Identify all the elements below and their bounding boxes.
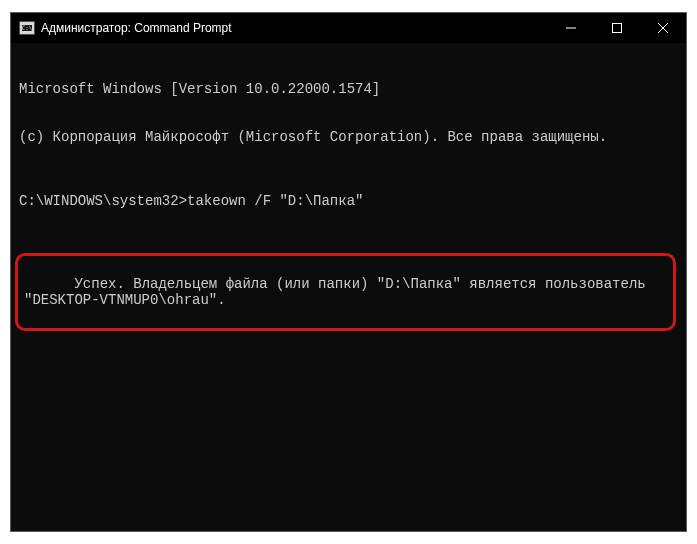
maximize-button[interactable]	[594, 13, 640, 43]
command-text: takeown /F "D:\Папка"	[187, 193, 363, 209]
svg-rect-1	[613, 24, 622, 33]
result-highlight: Успех. Владельцем файла (или папки) "D:\…	[15, 253, 676, 331]
command-prompt-window: C:\ Администратор: Command Prompt Micros…	[10, 12, 687, 532]
prompt-line: C:\WINDOWS\system32>takeown /F "D:\Папка…	[19, 193, 678, 209]
close-button[interactable]	[640, 13, 686, 43]
terminal-area[interactable]: Microsoft Windows [Version 10.0.22000.15…	[11, 43, 686, 371]
window-controls	[548, 13, 686, 43]
title-left: C:\ Администратор: Command Prompt	[11, 21, 548, 35]
copyright-line: (c) Корпорация Майкрософт (Microsoft Cor…	[19, 129, 678, 145]
window-title: Администратор: Command Prompt	[41, 21, 232, 35]
cmd-icon: C:\	[19, 21, 35, 35]
minimize-button[interactable]	[548, 13, 594, 43]
titlebar[interactable]: C:\ Администратор: Command Prompt	[11, 13, 686, 43]
version-line: Microsoft Windows [Version 10.0.22000.15…	[19, 81, 678, 97]
result-text: Успех. Владельцем файла (или папки) "D:\…	[24, 276, 654, 308]
prompt: C:\WINDOWS\system32>	[19, 193, 187, 209]
